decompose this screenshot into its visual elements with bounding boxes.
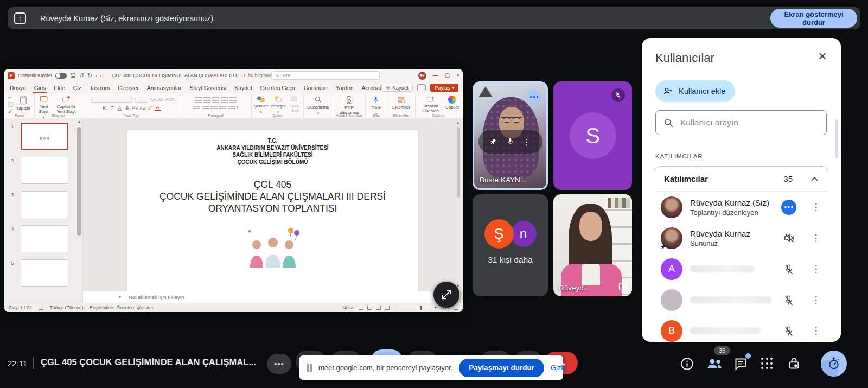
notes-collapse-icon[interactable]: ▼ bbox=[118, 295, 122, 300]
align-buttons-row[interactable]: ▾ bbox=[193, 105, 239, 110]
participant-row[interactable]: B ⋮ bbox=[654, 315, 828, 342]
redo-icon[interactable]: ↻ bbox=[87, 73, 92, 79]
normal-view-icon[interactable] bbox=[359, 306, 363, 310]
picture-in-picture-button[interactable] bbox=[618, 283, 628, 292]
slideshow-icon[interactable] bbox=[385, 306, 390, 310]
row-menu-icon[interactable]: ⋮ bbox=[804, 263, 828, 275]
host-controls-button[interactable] bbox=[787, 356, 801, 372]
editing-button[interactable]: Düzenleme▾ bbox=[307, 95, 329, 116]
audio-off-icon[interactable] bbox=[783, 232, 795, 244]
row-menu-icon[interactable]: ⋮ bbox=[804, 232, 828, 244]
comment-icon[interactable] bbox=[417, 84, 426, 91]
font-format-row[interactable]: K T A S A̲V̲Aa 🖉 A bbox=[101, 105, 161, 111]
create-pdf-button[interactable]: PDF oluşturma bbox=[335, 95, 363, 115]
tile-more-options-button[interactable] bbox=[527, 90, 541, 104]
video-tile-s[interactable]: S bbox=[553, 81, 632, 190]
thumbnail-scrollbar[interactable] bbox=[77, 127, 81, 236]
menu-gorunum[interactable]: Görünüm bbox=[304, 85, 328, 91]
menu-giris[interactable]: Giriş bbox=[34, 85, 46, 91]
slide-thumbnail-4[interactable] bbox=[21, 225, 68, 252]
arrange-button[interactable]: Yerleştir▾ bbox=[270, 95, 286, 115]
pin-icon[interactable] bbox=[490, 138, 498, 146]
row-menu-icon[interactable]: ⋮ bbox=[804, 325, 828, 336]
menu-gozden-gecir[interactable]: Gözden Geçir bbox=[260, 85, 296, 91]
menu-ciz[interactable]: Çiz bbox=[73, 85, 81, 91]
present-icon[interactable]: ▭ bbox=[95, 73, 101, 79]
notes-bar[interactable]: ▼ Not eklemek için tıklayın bbox=[83, 291, 455, 303]
thumbnail-row-5[interactable]: 5 bbox=[4, 259, 82, 287]
copilot-new-slide-button[interactable]: Copilot ile Yeni Slayt bbox=[53, 95, 80, 114]
show-everyone-button[interactable] bbox=[706, 356, 723, 373]
design-ideas-button[interactable]: Tasarım Önerileri bbox=[418, 95, 443, 113]
row-menu-icon[interactable]: ⋮ bbox=[804, 294, 828, 306]
menu-slayt-gosterisi[interactable]: Slayt Gösterisi bbox=[189, 85, 226, 91]
thumbnail-row-3[interactable]: 3 bbox=[4, 191, 82, 218]
menu-acrobat[interactable]: Acrobat bbox=[361, 85, 381, 91]
tile-menu-icon[interactable]: ⋮ bbox=[522, 138, 531, 146]
quick-styles-button[interactable]: Hızlı Stiller bbox=[288, 95, 301, 113]
slide-sorter-icon[interactable] bbox=[367, 306, 372, 310]
zoom-out-icon[interactable]: − bbox=[393, 305, 396, 310]
meeting-details-button[interactable] bbox=[680, 357, 694, 373]
reading-view-icon[interactable] bbox=[376, 306, 381, 310]
more-controls-button[interactable]: ••• bbox=[267, 354, 291, 374]
undo-icon[interactable]: ↺ bbox=[79, 73, 84, 79]
mic-off-icon[interactable] bbox=[783, 263, 795, 275]
mic-off-icon[interactable] bbox=[783, 294, 795, 306]
pause-sharing-icon[interactable] bbox=[307, 364, 312, 372]
thumbnail-row-2[interactable]: 2 bbox=[4, 157, 82, 184]
chevron-up-icon[interactable] bbox=[811, 177, 818, 181]
menu-ekle[interactable]: Ekle bbox=[54, 85, 65, 91]
minimize-button[interactable]: — bbox=[433, 73, 438, 78]
activities-button[interactable] bbox=[761, 358, 773, 369]
menu-kaydet[interactable]: Kaydet bbox=[234, 85, 252, 91]
user-search-box[interactable] bbox=[655, 110, 827, 135]
mic-off-icon[interactable] bbox=[783, 325, 795, 337]
zoom-slider[interactable] bbox=[400, 308, 430, 308]
close-button[interactable]: × bbox=[456, 73, 459, 78]
participant-row[interactable]: Rüveyda Kurnaz Sununuz ⋮ bbox=[654, 222, 828, 253]
menu-gecisler[interactable]: Geçişler bbox=[118, 85, 139, 91]
timer-extension-button[interactable] bbox=[821, 351, 847, 377]
addins-button[interactable]: Eklentiler bbox=[392, 95, 410, 110]
chat-button[interactable] bbox=[733, 357, 748, 373]
notes-toggle[interactable]: Notlar bbox=[342, 305, 355, 310]
slide-editor-area[interactable]: T.C. ANKARA YILDIRIM BEYAZIT ÜNİVERSİTES… bbox=[83, 118, 463, 303]
row-menu-icon[interactable]: ⋮ bbox=[804, 201, 828, 213]
font-name-size-row[interactable]: A˄A˅A⌫ bbox=[91, 97, 171, 103]
display-settings-icon[interactable] bbox=[39, 306, 43, 310]
slide-thumbnail-1[interactable] bbox=[21, 123, 68, 150]
ppt-user-avatar[interactable]: RK bbox=[418, 72, 426, 80]
stop-presenting-button[interactable]: Ekran göstermeyi durdur bbox=[770, 9, 857, 28]
mic-icon[interactable] bbox=[506, 137, 515, 147]
host-more-actions-button[interactable] bbox=[781, 200, 796, 215]
participant-row[interactable]: A ⋮ bbox=[654, 253, 828, 284]
video-tile-busra[interactable]: ⋮ Busra KAYN... bbox=[473, 81, 548, 190]
menu-animasyonlar[interactable]: Animasyonlar bbox=[147, 85, 182, 91]
accessibility-label[interactable]: Erişilebilirlik: Önerilere göz atın bbox=[90, 305, 153, 310]
close-panel-button[interactable]: ✕ bbox=[814, 48, 831, 65]
ppt-search-box[interactable]: Ara bbox=[271, 71, 380, 80]
zoom-in-icon[interactable]: + bbox=[434, 305, 437, 310]
overflow-tile[interactable]: Ş n 31 kişi daha bbox=[473, 194, 548, 296]
expand-shared-screen-button[interactable] bbox=[433, 282, 459, 308]
participants-card-header[interactable]: Katılımcılar 35 bbox=[654, 167, 828, 192]
ppt-share-button[interactable]: Paylaş▾ bbox=[430, 84, 458, 92]
thumbnail-row-1[interactable]: 1 bbox=[4, 123, 82, 150]
thumbnail-row-4[interactable]: 4 bbox=[4, 225, 82, 252]
add-user-button[interactable]: Kullanıcı ekle bbox=[655, 80, 735, 102]
fit-slide-icon[interactable] bbox=[454, 306, 458, 310]
video-tile-ruveyda[interactable]: Rüveyd... bbox=[553, 194, 632, 296]
slide-thumbnail-3[interactable] bbox=[21, 191, 68, 218]
panel-scrollbar[interactable] bbox=[835, 119, 838, 158]
menu-yardim[interactable]: Yardım bbox=[335, 85, 353, 91]
participant-row[interactable]: Rüveyda Kurnaz (Siz) Toplantıyı düzenley… bbox=[654, 192, 828, 222]
hide-notification-link[interactable]: Gizle bbox=[551, 364, 567, 372]
slide-thumbnail-2[interactable] bbox=[21, 157, 68, 184]
slide-canvas[interactable]: T.C. ANKARA YILDIRIM BEYAZIT ÜNİVERSİTES… bbox=[127, 130, 418, 294]
record-button[interactable]: ⦿Kaydet bbox=[381, 84, 413, 92]
clipboard-small-icons[interactable]: ✂ 🖌 bbox=[8, 95, 14, 114]
shapes-button[interactable]: Şekiller▾ bbox=[254, 95, 268, 115]
menu-dosya[interactable]: Dosya bbox=[10, 85, 26, 91]
save-icon[interactable]: 🖫 bbox=[70, 73, 76, 79]
